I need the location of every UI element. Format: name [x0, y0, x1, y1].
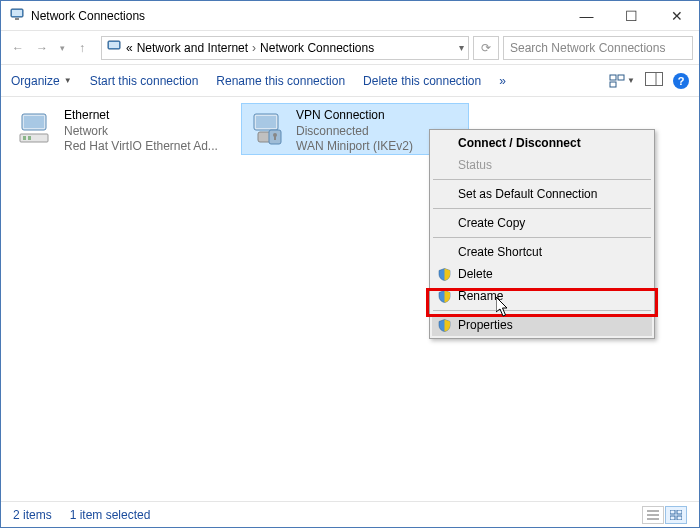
- connection-name: Ethernet: [64, 108, 218, 124]
- search-placeholder: Search Network Connections: [510, 41, 665, 55]
- titlebar: Network Connections — ☐ ✕: [1, 1, 699, 31]
- shield-icon: [437, 267, 451, 281]
- refresh-button[interactable]: ⟳: [473, 36, 499, 60]
- up-button[interactable]: ↑: [71, 37, 93, 59]
- view-icons-button[interactable]: [665, 506, 687, 524]
- address-dropdown-icon[interactable]: ▾: [459, 42, 464, 53]
- shield-icon: [437, 289, 451, 303]
- svg-rect-27: [677, 516, 682, 520]
- help-button[interactable]: ?: [673, 73, 689, 89]
- cursor-icon: [496, 297, 510, 317]
- connection-status: Network: [64, 124, 218, 140]
- svg-rect-4: [109, 42, 119, 48]
- app-icon: [9, 6, 25, 25]
- connection-name: VPN Connection: [296, 108, 413, 124]
- context-menu: Connect / Disconnect Status Set as Defau…: [429, 129, 655, 339]
- organize-label: Organize: [11, 74, 60, 88]
- menu-properties[interactable]: Properties: [432, 314, 652, 336]
- statusbar: 2 items 1 item selected: [1, 501, 699, 527]
- close-button[interactable]: ✕: [654, 1, 699, 30]
- svg-rect-20: [274, 136, 276, 140]
- svg-rect-6: [618, 75, 624, 80]
- delete-connection-button[interactable]: Delete this connection: [363, 74, 481, 88]
- menu-connect-disconnect[interactable]: Connect / Disconnect: [432, 132, 652, 154]
- svg-rect-7: [610, 82, 616, 87]
- status-item-count: 2 items: [13, 508, 52, 522]
- menu-delete[interactable]: Delete: [432, 263, 652, 285]
- history-dropdown[interactable]: ▾: [55, 37, 69, 59]
- back-button[interactable]: ←: [7, 37, 29, 59]
- svg-rect-24: [670, 510, 675, 514]
- forward-button[interactable]: →: [31, 37, 53, 59]
- breadcrumb-level1[interactable]: Network and Internet: [137, 41, 248, 55]
- svg-rect-2: [15, 18, 19, 20]
- rename-connection-button[interactable]: Rename this connection: [216, 74, 345, 88]
- connection-device: Red Hat VirtIO Ethernet Ad...: [64, 139, 218, 155]
- overflow-button[interactable]: »: [499, 74, 506, 88]
- address-bar[interactable]: « Network and Internet › Network Connect…: [101, 36, 469, 60]
- start-connection-button[interactable]: Start this connection: [90, 74, 199, 88]
- menu-properties-label: Properties: [458, 318, 513, 332]
- search-input[interactable]: Search Network Connections: [503, 36, 693, 60]
- connection-device: WAN Miniport (IKEv2): [296, 139, 413, 155]
- menu-separator: [433, 208, 651, 209]
- svg-rect-8: [646, 73, 663, 86]
- svg-rect-26: [670, 516, 675, 520]
- menu-separator: [433, 310, 651, 311]
- menu-status: Status: [432, 154, 652, 176]
- window-title: Network Connections: [31, 9, 564, 23]
- svg-rect-14: [28, 136, 31, 140]
- connection-item-ethernet[interactable]: Ethernet Network Red Hat VirtIO Ethernet…: [9, 103, 237, 155]
- menu-separator: [433, 237, 651, 238]
- menu-create-copy[interactable]: Create Copy: [432, 212, 652, 234]
- menu-separator: [433, 179, 651, 180]
- menu-rename[interactable]: Rename: [432, 285, 652, 307]
- menu-create-shortcut[interactable]: Create Shortcut: [432, 241, 652, 263]
- chevron-right-icon: ›: [252, 41, 256, 55]
- preview-pane-button[interactable]: [645, 72, 663, 89]
- ethernet-icon: [16, 108, 56, 148]
- maximize-button[interactable]: ☐: [609, 1, 654, 30]
- svg-rect-16: [256, 116, 276, 128]
- shield-icon: [437, 318, 451, 332]
- svg-rect-1: [12, 10, 22, 16]
- svg-rect-25: [677, 510, 682, 514]
- command-bar: Organize ▼ Start this connection Rename …: [1, 65, 699, 97]
- view-options-button[interactable]: ▼: [609, 74, 635, 88]
- breadcrumb-root[interactable]: «: [126, 41, 133, 55]
- navbar: ← → ▾ ↑ « Network and Internet › Network…: [1, 31, 699, 65]
- svg-rect-11: [24, 116, 44, 128]
- breadcrumb-level2[interactable]: Network Connections: [260, 41, 374, 55]
- menu-delete-label: Delete: [458, 267, 493, 281]
- status-selected-count: 1 item selected: [70, 508, 151, 522]
- svg-rect-5: [610, 75, 616, 80]
- chevron-down-icon: ▼: [64, 76, 72, 85]
- menu-set-default[interactable]: Set as Default Connection: [432, 183, 652, 205]
- connection-status: Disconnected: [296, 124, 413, 140]
- vpn-icon: [248, 108, 288, 148]
- svg-rect-13: [23, 136, 26, 140]
- organize-menu[interactable]: Organize ▼: [11, 74, 72, 88]
- view-details-button[interactable]: [642, 506, 664, 524]
- minimize-button[interactable]: —: [564, 1, 609, 30]
- folder-icon: [106, 38, 122, 57]
